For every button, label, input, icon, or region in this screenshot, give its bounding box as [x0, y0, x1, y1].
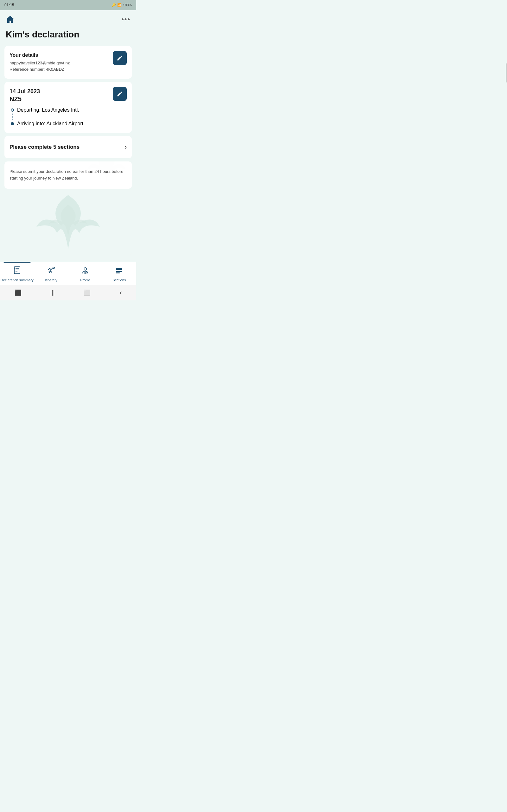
- status-bar: 01:15 🔑 📶 100%: [0, 0, 136, 10]
- your-details-card: Your details happytraveller123@mbie.govt…: [4, 46, 132, 79]
- nav-label-itinerary: Itinerary: [45, 278, 57, 282]
- main-content: Your details happytraveller123@mbie.govt…: [0, 46, 136, 262]
- departure-dot: [11, 108, 14, 112]
- fern-watermark-large: [4, 192, 132, 255]
- android-nav-bar: ⬛ ||| ⬜ ‹: [0, 285, 136, 300]
- fern-decorative-area: [4, 192, 132, 255]
- itinerary-icon: [47, 266, 55, 276]
- home-button[interactable]: ⬜: [83, 289, 91, 296]
- page-title-section: Kim's declaration: [0, 28, 136, 46]
- svg-point-6: [84, 268, 87, 270]
- flight-code: NZ5: [9, 96, 127, 103]
- nav-label-profile: Profile: [80, 278, 90, 282]
- arrival-dot: [11, 122, 14, 125]
- sections-card[interactable]: Please complete 5 sections ›: [4, 136, 132, 158]
- signal-icon: 📶: [117, 3, 122, 7]
- your-details-title: Your details: [9, 52, 127, 58]
- arrival-point: Arriving into: Auckland Airport: [11, 121, 127, 126]
- arrival-label: Arriving into: Auckland Airport: [17, 121, 83, 126]
- svg-rect-12: [116, 272, 120, 273]
- profile-icon: [81, 266, 90, 276]
- battery-icon: 100%: [123, 3, 132, 7]
- nav-item-itinerary[interactable]: Itinerary: [34, 264, 68, 283]
- departure-label: Departing: Los Angeles Intl.: [17, 107, 79, 113]
- app-header: •••: [0, 10, 136, 28]
- status-icons: 🔑 📶 100%: [112, 3, 132, 7]
- nav-item-declaration-summary[interactable]: Declaration summary: [0, 264, 34, 283]
- your-details-email: happytraveller123@mbie.govt.nz: [9, 60, 127, 66]
- flight-info-card: 14 Jul 2023 NZ5 Departing: Los Angeles I…: [4, 82, 132, 133]
- nav-item-sections[interactable]: Sections: [102, 264, 136, 283]
- departure-dot-col: [11, 108, 14, 112]
- notice-text: Please submit your declaration no earlie…: [9, 168, 127, 182]
- home-icon[interactable]: [6, 15, 14, 26]
- declaration-summary-icon: [13, 266, 21, 276]
- your-details-edit-button[interactable]: [113, 51, 127, 65]
- nav-label-sections: Sections: [112, 278, 126, 282]
- sections-nav-icon: [115, 266, 124, 276]
- route-dot-2: [12, 116, 13, 118]
- svg-rect-9: [116, 268, 122, 269]
- more-menu-icon[interactable]: •••: [121, 15, 130, 23]
- flight-route: Departing: Los Angeles Intl. Arriving in…: [9, 107, 127, 126]
- back-button[interactable]: ‹: [119, 289, 122, 297]
- svg-rect-11: [116, 271, 122, 272]
- nav-item-profile[interactable]: Profile: [68, 264, 102, 283]
- sections-label: Please complete 5 sections: [9, 144, 79, 150]
- nav-label-declaration-summary: Declaration summary: [1, 278, 34, 282]
- sections-chevron-icon: ›: [124, 143, 127, 151]
- route-dot-1: [12, 113, 13, 115]
- flight-edit-button[interactable]: [113, 87, 127, 101]
- page-title: Kim's declaration: [6, 30, 130, 40]
- your-details-reference: Reference number: 4K0ABDZ: [9, 66, 127, 72]
- flight-date: 14 Jul 2023: [9, 88, 127, 95]
- route-dot-3: [12, 119, 13, 120]
- bottom-nav: Declaration summary Itinerary Profile: [0, 262, 136, 285]
- svg-rect-1: [14, 267, 20, 274]
- svg-rect-10: [116, 269, 122, 270]
- menu-button[interactable]: |||: [50, 289, 55, 296]
- key-icon: 🔑: [112, 3, 116, 7]
- notice-card: Please submit your declaration no earlie…: [4, 161, 132, 189]
- arrival-dot-col: [11, 122, 14, 125]
- recent-apps-button[interactable]: ⬛: [14, 289, 21, 296]
- status-time: 01:15: [4, 3, 14, 7]
- departure-point: Departing: Los Angeles Intl.: [11, 107, 127, 113]
